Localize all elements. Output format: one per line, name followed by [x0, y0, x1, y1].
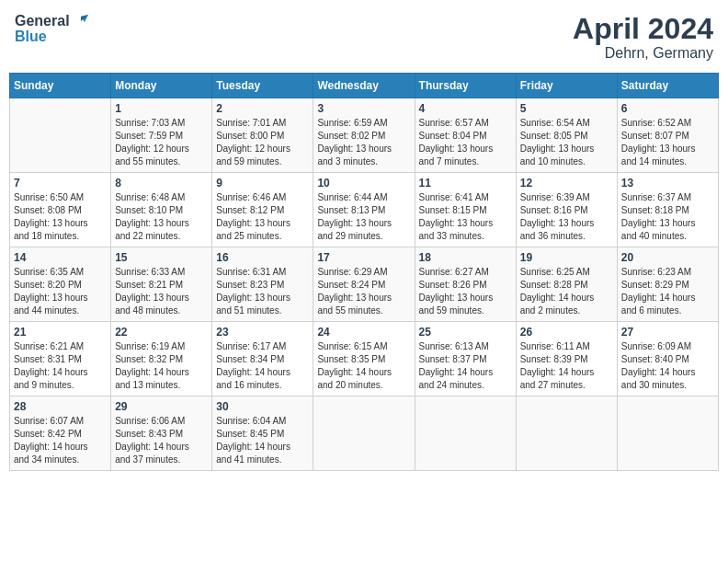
calendar-cell: 25Sunrise: 6:13 AM Sunset: 8:37 PM Dayli…: [415, 322, 516, 396]
day-number: 3: [317, 102, 410, 115]
page-title: April 2024: [573, 13, 713, 45]
calendar-cell: 9Sunrise: 6:46 AM Sunset: 8:12 PM Daylig…: [212, 173, 313, 247]
calendar-cell: 26Sunrise: 6:11 AM Sunset: 8:39 PM Dayli…: [516, 322, 617, 396]
day-info: Sunrise: 6:19 AM Sunset: 8:32 PM Dayligh…: [115, 340, 208, 392]
calendar-cell: 13Sunrise: 6:37 AM Sunset: 8:18 PM Dayli…: [617, 173, 718, 247]
week-row-5: 28Sunrise: 6:07 AM Sunset: 8:42 PM Dayli…: [10, 396, 719, 471]
calendar-cell: 1Sunrise: 7:03 AM Sunset: 7:59 PM Daylig…: [111, 98, 212, 173]
day-number: 1: [115, 102, 208, 115]
day-number: 22: [115, 326, 208, 339]
day-info: Sunrise: 6:57 AM Sunset: 8:04 PM Dayligh…: [419, 117, 512, 168]
logo: General Blue: [15, 13, 88, 44]
day-info: Sunrise: 6:59 AM Sunset: 8:02 PM Dayligh…: [317, 117, 410, 168]
day-number: 7: [14, 177, 107, 190]
day-number: 26: [520, 326, 613, 339]
day-info: Sunrise: 6:15 AM Sunset: 8:35 PM Dayligh…: [317, 340, 410, 392]
day-info: Sunrise: 6:33 AM Sunset: 8:21 PM Dayligh…: [115, 266, 208, 317]
calendar-cell: 18Sunrise: 6:27 AM Sunset: 8:26 PM Dayli…: [415, 247, 516, 322]
header-day-friday: Friday: [516, 74, 617, 98]
calendar-cell: 14Sunrise: 6:35 AM Sunset: 8:20 PM Dayli…: [10, 247, 111, 322]
header-day-sunday: Sunday: [10, 74, 111, 98]
day-info: Sunrise: 6:13 AM Sunset: 8:37 PM Dayligh…: [419, 340, 512, 392]
day-info: Sunrise: 6:04 AM Sunset: 8:45 PM Dayligh…: [216, 415, 309, 466]
day-number: 6: [621, 102, 714, 115]
calendar-cell: [415, 396, 516, 471]
calendar-cell: [617, 396, 718, 471]
calendar-cell: 3Sunrise: 6:59 AM Sunset: 8:02 PM Daylig…: [313, 98, 415, 173]
day-info: Sunrise: 7:01 AM Sunset: 8:00 PM Dayligh…: [216, 117, 309, 168]
day-info: Sunrise: 6:39 AM Sunset: 8:16 PM Dayligh…: [520, 191, 613, 243]
calendar-cell: 30Sunrise: 6:04 AM Sunset: 8:45 PM Dayli…: [212, 396, 313, 471]
day-info: Sunrise: 6:09 AM Sunset: 8:40 PM Dayligh…: [621, 340, 714, 392]
calendar-header: SundayMondayTuesdayWednesdayThursdayFrid…: [10, 74, 719, 98]
header-row: SundayMondayTuesdayWednesdayThursdayFrid…: [10, 74, 719, 98]
calendar-cell: 23Sunrise: 6:17 AM Sunset: 8:34 PM Dayli…: [212, 322, 313, 396]
day-info: Sunrise: 6:21 AM Sunset: 8:31 PM Dayligh…: [14, 340, 107, 392]
day-info: Sunrise: 6:41 AM Sunset: 8:15 PM Dayligh…: [419, 191, 512, 243]
calendar-cell: [516, 396, 617, 471]
day-number: 17: [317, 251, 410, 264]
day-number: 9: [216, 177, 309, 190]
day-number: 10: [317, 177, 410, 190]
day-number: 30: [216, 400, 309, 413]
calendar-cell: 27Sunrise: 6:09 AM Sunset: 8:40 PM Dayli…: [617, 322, 718, 396]
calendar-cell: 28Sunrise: 6:07 AM Sunset: 8:42 PM Dayli…: [10, 396, 111, 471]
day-info: Sunrise: 6:29 AM Sunset: 8:24 PM Dayligh…: [317, 266, 410, 317]
day-number: 29: [115, 400, 208, 413]
header-day-tuesday: Tuesday: [212, 74, 313, 98]
calendar-cell: 7Sunrise: 6:50 AM Sunset: 8:08 PM Daylig…: [10, 173, 111, 247]
day-number: 15: [115, 251, 208, 264]
calendar-cell: 8Sunrise: 6:48 AM Sunset: 8:10 PM Daylig…: [111, 173, 212, 247]
page-subtitle: Dehrn, Germany: [573, 45, 713, 62]
calendar-cell: 4Sunrise: 6:57 AM Sunset: 8:04 PM Daylig…: [415, 98, 516, 173]
day-info: Sunrise: 6:17 AM Sunset: 8:34 PM Dayligh…: [216, 340, 309, 392]
calendar-cell: 20Sunrise: 6:23 AM Sunset: 8:29 PM Dayli…: [617, 247, 718, 322]
day-info: Sunrise: 6:52 AM Sunset: 8:07 PM Dayligh…: [621, 117, 714, 168]
day-number: 4: [419, 102, 512, 115]
calendar-cell: 24Sunrise: 6:15 AM Sunset: 8:35 PM Dayli…: [313, 322, 415, 396]
day-number: 8: [115, 177, 208, 190]
header-day-wednesday: Wednesday: [313, 74, 415, 98]
day-number: 16: [216, 251, 309, 264]
calendar-table: SundayMondayTuesdayWednesdayThursdayFrid…: [9, 73, 719, 471]
day-number: 14: [14, 251, 107, 264]
calendar-cell: 6Sunrise: 6:52 AM Sunset: 8:07 PM Daylig…: [617, 98, 718, 173]
header-day-thursday: Thursday: [415, 74, 516, 98]
day-info: Sunrise: 6:06 AM Sunset: 8:43 PM Dayligh…: [115, 415, 208, 466]
day-number: 21: [14, 326, 107, 339]
week-row-1: 1Sunrise: 7:03 AM Sunset: 7:59 PM Daylig…: [10, 98, 719, 173]
week-row-3: 14Sunrise: 6:35 AM Sunset: 8:20 PM Dayli…: [10, 247, 719, 322]
page-header: General Blue April 2024 Dehrn, Germany: [9, 9, 719, 65]
calendar-body: 1Sunrise: 7:03 AM Sunset: 7:59 PM Daylig…: [10, 98, 719, 471]
day-number: 24: [317, 326, 410, 339]
calendar-cell: 15Sunrise: 6:33 AM Sunset: 8:21 PM Dayli…: [111, 247, 212, 322]
day-number: 25: [419, 326, 512, 339]
header-day-saturday: Saturday: [617, 74, 718, 98]
day-info: Sunrise: 6:07 AM Sunset: 8:42 PM Dayligh…: [14, 415, 107, 466]
day-info: Sunrise: 7:03 AM Sunset: 7:59 PM Dayligh…: [115, 117, 208, 168]
calendar-cell: 10Sunrise: 6:44 AM Sunset: 8:13 PM Dayli…: [313, 173, 415, 247]
calendar-cell: 22Sunrise: 6:19 AM Sunset: 8:32 PM Dayli…: [111, 322, 212, 396]
day-number: 18: [419, 251, 512, 264]
calendar-cell: [10, 98, 111, 173]
calendar-cell: 16Sunrise: 6:31 AM Sunset: 8:23 PM Dayli…: [212, 247, 313, 322]
day-info: Sunrise: 6:31 AM Sunset: 8:23 PM Dayligh…: [216, 266, 309, 317]
calendar-cell: 2Sunrise: 7:01 AM Sunset: 8:00 PM Daylig…: [212, 98, 313, 173]
day-info: Sunrise: 6:50 AM Sunset: 8:08 PM Dayligh…: [14, 191, 107, 243]
day-info: Sunrise: 6:54 AM Sunset: 8:05 PM Dayligh…: [520, 117, 613, 168]
day-number: 5: [520, 102, 613, 115]
day-number: 13: [621, 177, 714, 190]
day-number: 27: [621, 326, 714, 339]
week-row-4: 21Sunrise: 6:21 AM Sunset: 8:31 PM Dayli…: [10, 322, 719, 396]
title-block: April 2024 Dehrn, Germany: [573, 13, 713, 62]
day-info: Sunrise: 6:23 AM Sunset: 8:29 PM Dayligh…: [621, 266, 714, 317]
day-info: Sunrise: 6:11 AM Sunset: 8:39 PM Dayligh…: [520, 340, 613, 392]
day-number: 20: [621, 251, 714, 264]
day-number: 11: [419, 177, 512, 190]
day-number: 28: [14, 400, 107, 413]
day-info: Sunrise: 6:44 AM Sunset: 8:13 PM Dayligh…: [317, 191, 410, 243]
day-info: Sunrise: 6:46 AM Sunset: 8:12 PM Dayligh…: [216, 191, 309, 243]
day-info: Sunrise: 6:25 AM Sunset: 8:28 PM Dayligh…: [520, 266, 613, 317]
day-number: 12: [520, 177, 613, 190]
day-info: Sunrise: 6:27 AM Sunset: 8:26 PM Dayligh…: [419, 266, 512, 317]
